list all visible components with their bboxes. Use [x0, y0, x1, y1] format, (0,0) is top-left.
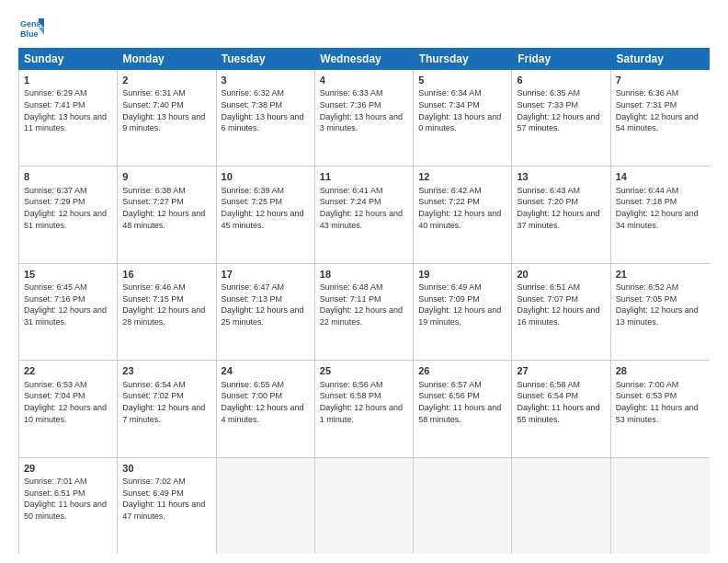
day-number: 26 [418, 364, 506, 377]
sunrise-text: Sunrise: 6:57 AM [418, 380, 482, 389]
calendar-cell: 15 Sunrise: 6:45 AM Sunset: 7:16 PM Dayl… [19, 264, 118, 360]
sunrise-text: Sunrise: 6:52 AM [616, 282, 679, 292]
sunset-text: Sunset: 7:36 PM [320, 100, 381, 109]
day-number: 20 [517, 268, 605, 281]
daylight-text: Daylight: 12 hours and 1 minute. [320, 403, 403, 424]
calendar-cell: 19 Sunrise: 6:49 AM Sunset: 7:09 PM Dayl… [414, 264, 512, 360]
calendar-cell: 10 Sunrise: 6:39 AM Sunset: 7:25 PM Dayl… [217, 167, 315, 262]
sunset-text: Sunset: 7:24 PM [320, 197, 381, 206]
daylight-text: Daylight: 12 hours and 34 minutes. [616, 209, 699, 230]
daylight-text: Daylight: 11 hours and 55 minutes. [517, 403, 599, 424]
daylight-text: Daylight: 12 hours and 48 minutes. [122, 209, 205, 230]
daylight-text: Daylight: 11 hours and 47 minutes. [122, 500, 205, 521]
sunset-text: Sunset: 7:29 PM [24, 197, 85, 206]
daylight-text: Daylight: 12 hours and 19 minutes. [418, 305, 501, 327]
sunrise-text: Sunrise: 6:35 AM [517, 88, 580, 98]
daylight-text: Daylight: 12 hours and 16 minutes. [517, 305, 599, 327]
calendar-cell: 29 Sunrise: 7:01 AM Sunset: 6:51 PM Dayl… [19, 458, 118, 554]
day-number: 18 [320, 268, 408, 281]
day-number: 28 [616, 364, 705, 377]
daylight-text: Daylight: 12 hours and 25 minutes. [222, 305, 304, 327]
day-number: 10 [222, 170, 310, 183]
calendar-cell [512, 458, 610, 554]
logo: General Blue [18, 15, 44, 40]
calendar-cell: 17 Sunrise: 6:47 AM Sunset: 7:13 PM Dayl… [217, 264, 315, 360]
sunset-text: Sunset: 7:11 PM [320, 294, 381, 304]
calendar-cell: 22 Sunrise: 6:53 AM Sunset: 7:04 PM Dayl… [19, 361, 118, 456]
header-saturday: Saturday [611, 48, 710, 70]
daylight-text: Daylight: 12 hours and 51 minutes. [24, 209, 107, 230]
week-row-2: 8 Sunrise: 6:37 AM Sunset: 7:29 PM Dayli… [19, 167, 710, 263]
sunrise-text: Sunrise: 7:02 AM [122, 477, 186, 486]
day-number: 17 [222, 268, 310, 281]
calendar-cell [315, 458, 414, 554]
calendar-cell [611, 458, 710, 554]
day-number: 16 [122, 268, 210, 281]
day-number: 19 [418, 268, 506, 281]
sunrise-text: Sunrise: 6:29 AM [24, 88, 87, 98]
calendar-cell: 14 Sunrise: 6:44 AM Sunset: 7:18 PM Dayl… [611, 167, 710, 262]
calendar-cell: 6 Sunrise: 6:35 AM Sunset: 7:33 PM Dayli… [512, 70, 610, 166]
daylight-text: Daylight: 12 hours and 7 minutes. [122, 403, 205, 424]
sunset-text: Sunset: 7:34 PM [418, 100, 480, 109]
daylight-text: Daylight: 12 hours and 37 minutes. [517, 209, 599, 230]
page: General Blue Sunday Monday Tuesday Wedne… [0, 0, 728, 563]
sunrise-text: Sunrise: 6:49 AM [418, 282, 482, 292]
sunrise-text: Sunrise: 7:00 AM [616, 380, 679, 389]
header-sunday: Sunday [18, 48, 117, 70]
sunrise-text: Sunrise: 6:31 AM [122, 88, 186, 98]
sunset-text: Sunset: 6:56 PM [418, 391, 480, 400]
calendar-body: 1 Sunrise: 6:29 AM Sunset: 7:41 PM Dayli… [18, 70, 710, 554]
sunset-text: Sunset: 7:27 PM [122, 197, 184, 206]
sunset-text: Sunset: 7:00 PM [222, 391, 283, 400]
calendar-cell: 28 Sunrise: 7:00 AM Sunset: 6:53 PM Dayl… [611, 361, 710, 456]
sunset-text: Sunset: 6:53 PM [616, 391, 677, 400]
day-number: 2 [122, 74, 210, 86]
sunrise-text: Sunrise: 6:33 AM [320, 88, 383, 98]
sunrise-text: Sunrise: 6:38 AM [122, 186, 186, 195]
sunrise-text: Sunrise: 6:58 AM [517, 380, 580, 389]
day-number: 9 [122, 170, 210, 183]
daylight-text: Daylight: 12 hours and 10 minutes. [24, 403, 107, 424]
sunset-text: Sunset: 7:33 PM [517, 100, 578, 109]
sunset-text: Sunset: 6:49 PM [122, 488, 184, 498]
daylight-text: Daylight: 12 hours and 43 minutes. [320, 209, 403, 230]
daylight-text: Daylight: 13 hours and 11 minutes. [24, 112, 107, 133]
day-number: 21 [616, 268, 705, 281]
sunrise-text: Sunrise: 6:54 AM [122, 380, 186, 389]
day-number: 13 [517, 170, 605, 183]
daylight-text: Daylight: 11 hours and 50 minutes. [24, 500, 107, 521]
sunrise-text: Sunrise: 7:01 AM [24, 477, 87, 486]
sunrise-text: Sunrise: 6:34 AM [418, 88, 482, 98]
calendar-cell: 7 Sunrise: 6:36 AM Sunset: 7:31 PM Dayli… [611, 70, 710, 166]
sunrise-text: Sunrise: 6:51 AM [517, 282, 580, 292]
day-number: 8 [24, 170, 112, 183]
calendar-cell: 9 Sunrise: 6:38 AM Sunset: 7:27 PM Dayli… [118, 167, 216, 262]
calendar-cell: 2 Sunrise: 6:31 AM Sunset: 7:40 PM Dayli… [118, 70, 216, 166]
calendar-cell: 4 Sunrise: 6:33 AM Sunset: 7:36 PM Dayli… [315, 70, 414, 166]
calendar-header: Sunday Monday Tuesday Wednesday Thursday… [18, 48, 710, 70]
day-number: 25 [320, 364, 408, 377]
sunrise-text: Sunrise: 6:48 AM [320, 282, 383, 292]
sunset-text: Sunset: 7:02 PM [122, 391, 184, 400]
sunrise-text: Sunrise: 6:39 AM [222, 186, 285, 195]
svg-text:Blue: Blue [20, 29, 39, 39]
daylight-text: Daylight: 13 hours and 3 minutes. [320, 112, 403, 133]
sunset-text: Sunset: 7:05 PM [616, 294, 677, 304]
daylight-text: Daylight: 12 hours and 45 minutes. [222, 209, 304, 230]
calendar-cell: 1 Sunrise: 6:29 AM Sunset: 7:41 PM Dayli… [19, 70, 118, 166]
day-number: 29 [24, 462, 112, 475]
header-wednesday: Wednesday [314, 48, 413, 70]
day-number: 1 [24, 74, 112, 86]
logo-icon: General Blue [18, 15, 44, 40]
sunrise-text: Sunrise: 6:37 AM [24, 186, 87, 195]
day-number: 23 [122, 364, 210, 377]
calendar-cell: 13 Sunrise: 6:43 AM Sunset: 7:20 PM Dayl… [512, 167, 610, 262]
sunset-text: Sunset: 7:40 PM [122, 100, 184, 109]
day-number: 14 [616, 170, 705, 183]
sunrise-text: Sunrise: 6:41 AM [320, 186, 383, 195]
daylight-text: Daylight: 12 hours and 28 minutes. [122, 305, 205, 327]
calendar-cell: 5 Sunrise: 6:34 AM Sunset: 7:34 PM Dayli… [414, 70, 512, 166]
header-tuesday: Tuesday [216, 48, 314, 70]
sunset-text: Sunset: 7:15 PM [122, 294, 184, 304]
